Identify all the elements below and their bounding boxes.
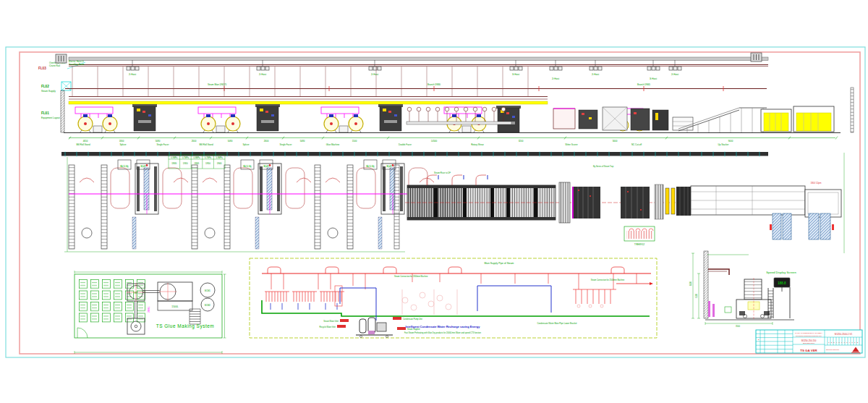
pink-duct [712,304,715,317]
svg-text:DN80: DN80 [171,162,176,165]
svg-text:电控柜: 电控柜 [120,164,129,168]
svg-text:5600: 5600 [613,140,618,143]
svg-text:Splicer: Splicer [119,143,126,146]
fl3-code: FL03 [38,67,46,70]
machine-section [736,278,771,320]
fl2-label: Steam Supply [41,90,56,93]
branch-drops [271,273,637,289]
pink-duct [708,301,710,317]
svg-text:2600: 2600 [264,140,269,143]
fl1-code: FL01 [41,111,49,115]
bridge-walkway [69,101,548,104]
single-facer-icon [378,104,403,131]
elevation-view: 2t Hoist 2t Hoist 2t Hoist 3t Hoist 2t H… [56,53,854,146]
svg-text:3t Hoist: 3t Hoist [650,77,657,80]
svg-text:3200: 3200 [519,140,524,143]
svg-text:Single Facer: Single Facer [157,143,169,146]
overhead-pipe [708,269,729,275]
pallet-stacks [770,213,834,239]
mill-roll-stand-icon [78,114,117,132]
svg-text:DN40: DN40 [217,162,222,165]
steam-notes: Steam Main DN125 Branch DN80 Branch DN65 [208,83,650,86]
drawing-canvas: Overhead Hoist Crane Rail FL03 FL02 Stea… [0,0,868,403]
drawing-number: WJ250-2500-2-V1 [835,333,853,336]
board-stack [764,113,788,131]
right-manifold [573,282,653,307]
svg-text:MIX: MIX [135,292,138,294]
svg-text:Up Stacker: Up Stacker [718,143,729,146]
company-subtitle: Corrugated Cardboard Production Line [796,335,822,336]
condensate-pump-unit [356,318,393,338]
svg-text:电控柜: 电控柜 [243,164,252,168]
pipe-loops [268,267,624,273]
hoist-trolley-icon [751,53,762,61]
svg-text:Single Facer: Single Facer [280,143,292,146]
trolley-note: Travelling Beam [69,63,85,66]
section-dim1: 8500 [689,281,692,286]
svg-text:2600: 2600 [192,140,197,143]
speed-display-title: Speed Display Screen [766,271,796,274]
svg-text:Mill Roll Stand: Mill Roll Stand [76,143,90,146]
glue-making-room: MIX 2000L 1500L BCM1 BCM2 TS Glue Making… [75,271,226,354]
riser-note: Steam Riser to DF [434,171,451,174]
dryer-coils-ghost [402,289,457,315]
hoist-trolley-icon [56,54,67,63]
svg-text:风机: 风机 [386,164,392,168]
bridge-posts [72,67,528,96]
stairs-icon [190,309,200,324]
condensate-return-2 [477,286,551,313]
crane-rail-beam [69,57,768,61]
roll-stand-module [69,160,188,249]
steam-manifolds [265,292,344,310]
fl3-line2: Crane Rail [49,64,60,67]
hoist-labels: 2t Hoist 2t Hoist 2t Hoist 3t Hoist 2t H… [129,73,678,80]
svg-text:4650: 4650 [83,140,88,143]
up-stacker [678,88,854,132]
connection-note-left: Steam Connection for 1800mm Machine [394,275,428,278]
svg-text:DN50: DN50 [205,162,210,165]
svg-text:Steam Main DN125: Steam Main DN125 [208,83,227,86]
svg-text:BCM1: BCM1 [205,289,210,292]
bracket-note: Condensate Water Main Pipe Lower Bracket [537,322,576,325]
section-dim2: 4500 [695,294,698,298]
fl1-label: Equipment Layout [41,116,60,119]
svg-text:Glue Machine: Glue Machine [326,143,340,146]
svg-text:Steam Water Inlet: Steam Water Inlet [323,320,339,323]
connection-note-right: Steam Connection for 2500mm Machine [591,279,625,281]
cad-drawing-sheet: Overhead Hoist Crane Rail FL03 FL02 Stea… [0,0,868,403]
single-facer-icon [132,104,157,131]
elevation-dimensions: 4650 1800 5080 2600 5080 2600 5080 1500 … [69,137,838,146]
cross-section-view: 8500 4500 Speed Display Screen 188.8 350… [689,251,796,328]
plan-wall [61,152,768,156]
door-swing [77,328,88,338]
cell-row: 1 2 3 4 5 6 7 8 9 0 1 2 [828,342,859,344]
svg-text:风机: 风机 [263,164,269,168]
svg-text:Double Facer: Double Facer [399,143,412,146]
svg-text:9000: 9000 [728,140,733,143]
df-steam-risers [427,175,488,185]
svg-text:5080: 5080 [156,140,161,143]
glue-storage-tank: 1500L [143,282,193,310]
svg-text:Slitter Scorer: Slitter Scorer [565,143,577,146]
svg-text:3t Hoist: 3t Hoist [512,73,519,76]
preheater-row [407,107,511,124]
title-note: 250m/min·2500mm [826,349,839,350]
svg-text:0.9MPa: 0.9MPa [216,156,223,159]
mill-roll-stand-icon [324,114,363,132]
svg-text:Recycle Water Inlet: Recycle Water Inlet [320,326,336,328]
trap-note: By-Series of Steam Trap [593,165,614,168]
title-block: A B WANLIAN PRECISION MACHINERY Corrugat… [756,330,862,353]
svg-text:Branch DN80: Branch DN80 [427,83,441,86]
svg-text:2t Hoist: 2t Hoist [552,77,559,80]
steam-trap-station: TRE8912 [624,226,655,246]
glue-pumps: BCM1 BCM2 [200,283,215,311]
svg-text:2t Hoist: 2t Hoist [129,73,136,76]
dry-end-plan [559,182,691,223]
svg-text:2t Hoist: 2t Hoist [592,73,599,76]
diagram-blue-title: Intelligent Condensate Water Recharge sa… [406,325,481,328]
svg-text:风机: 风机 [140,164,146,168]
svg-text:电控柜: 电控柜 [366,164,375,168]
svg-text:Mill Roll Stand: Mill Roll Stand [199,143,213,146]
dry-end-machines [553,107,693,130]
svg-text:0.7MPa: 0.7MPa [182,156,189,159]
